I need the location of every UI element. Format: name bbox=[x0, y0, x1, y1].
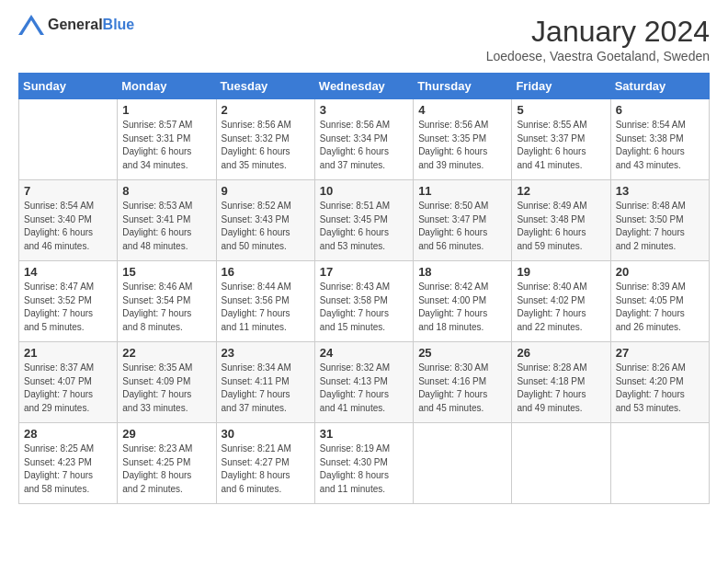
day-info-2-2: Sunrise: 8:44 AMSunset: 3:56 PMDaylight:… bbox=[222, 281, 310, 334]
day-info-1-1: Sunrise: 8:53 AMSunset: 3:41 PMDaylight:… bbox=[122, 200, 210, 253]
calendar-table: Sunday Monday Tuesday Wednesday Thursday… bbox=[18, 73, 710, 504]
day-number-1-0: 7 bbox=[24, 184, 112, 198]
header-tuesday: Tuesday bbox=[216, 74, 314, 99]
day-number-2-6: 20 bbox=[616, 265, 704, 279]
cell-1-2: 9Sunrise: 8:52 AMSunset: 3:43 PMDaylight… bbox=[216, 180, 314, 261]
day-info-3-2: Sunrise: 8:34 AMSunset: 4:11 PMDaylight:… bbox=[222, 362, 310, 415]
day-info-2-3: Sunrise: 8:43 AMSunset: 3:58 PMDaylight:… bbox=[320, 281, 408, 334]
day-info-3-4: Sunrise: 8:30 AMSunset: 4:16 PMDaylight:… bbox=[418, 362, 506, 415]
day-number-3-1: 22 bbox=[122, 346, 210, 360]
day-number-1-1: 8 bbox=[122, 184, 210, 198]
day-number-4-2: 30 bbox=[222, 427, 310, 441]
day-info-1-0: Sunrise: 8:54 AMSunset: 3:40 PMDaylight:… bbox=[24, 200, 112, 253]
day-info-3-6: Sunrise: 8:26 AMSunset: 4:20 PMDaylight:… bbox=[616, 362, 704, 415]
cell-0-2: 2Sunrise: 8:56 AMSunset: 3:32 PMDaylight… bbox=[216, 99, 314, 180]
header-wednesday: Wednesday bbox=[314, 74, 413, 99]
day-info-0-3: Sunrise: 8:56 AMSunset: 3:34 PMDaylight:… bbox=[320, 119, 408, 172]
cell-4-1: 29Sunrise: 8:23 AMSunset: 4:25 PMDayligh… bbox=[118, 423, 216, 504]
logo: GeneralBlue bbox=[18, 15, 134, 35]
day-info-2-0: Sunrise: 8:47 AMSunset: 3:52 PMDaylight:… bbox=[24, 281, 112, 334]
day-number-3-2: 23 bbox=[222, 346, 310, 360]
cell-2-0: 14Sunrise: 8:47 AMSunset: 3:52 PMDayligh… bbox=[19, 261, 118, 342]
cell-2-1: 15Sunrise: 8:46 AMSunset: 3:54 PMDayligh… bbox=[118, 261, 216, 342]
cell-0-6: 6Sunrise: 8:54 AMSunset: 3:38 PMDaylight… bbox=[610, 99, 709, 180]
week-row-3: 21Sunrise: 8:37 AMSunset: 4:07 PMDayligh… bbox=[19, 342, 710, 423]
day-info-3-5: Sunrise: 8:28 AMSunset: 4:18 PMDaylight:… bbox=[517, 362, 605, 415]
day-number-0-3: 3 bbox=[320, 103, 408, 117]
day-number-2-5: 19 bbox=[517, 265, 605, 279]
day-info-3-3: Sunrise: 8:32 AMSunset: 4:13 PMDaylight:… bbox=[320, 362, 408, 415]
cell-3-2: 23Sunrise: 8:34 AMSunset: 4:11 PMDayligh… bbox=[216, 342, 314, 423]
day-info-0-5: Sunrise: 8:55 AMSunset: 3:37 PMDaylight:… bbox=[517, 119, 605, 172]
day-number-2-0: 14 bbox=[24, 265, 112, 279]
day-number-1-2: 9 bbox=[222, 184, 310, 198]
day-number-4-0: 28 bbox=[24, 427, 112, 441]
week-row-0: 1Sunrise: 8:57 AMSunset: 3:31 PMDaylight… bbox=[19, 99, 710, 180]
day-number-3-6: 27 bbox=[616, 346, 704, 360]
cell-2-5: 19Sunrise: 8:40 AMSunset: 4:02 PMDayligh… bbox=[512, 261, 610, 342]
day-number-1-6: 13 bbox=[616, 184, 704, 198]
day-number-2-4: 18 bbox=[418, 265, 506, 279]
day-number-1-5: 12 bbox=[517, 184, 605, 198]
day-info-1-2: Sunrise: 8:52 AMSunset: 3:43 PMDaylight:… bbox=[222, 200, 310, 253]
month-title: January 2024 bbox=[486, 15, 710, 49]
day-number-1-3: 10 bbox=[320, 184, 408, 198]
location-title: Loedoese, Vaestra Goetaland, Sweden bbox=[486, 49, 710, 63]
day-info-4-1: Sunrise: 8:23 AMSunset: 4:25 PMDaylight:… bbox=[122, 442, 210, 496]
cell-3-5: 26Sunrise: 8:28 AMSunset: 4:18 PMDayligh… bbox=[512, 342, 610, 423]
day-info-1-3: Sunrise: 8:51 AMSunset: 3:45 PMDaylight:… bbox=[320, 200, 408, 253]
week-row-4: 28Sunrise: 8:25 AMSunset: 4:23 PMDayligh… bbox=[19, 423, 710, 504]
day-info-1-5: Sunrise: 8:49 AMSunset: 3:48 PMDaylight:… bbox=[517, 200, 605, 253]
cell-0-0 bbox=[19, 99, 118, 180]
day-info-0-2: Sunrise: 8:56 AMSunset: 3:32 PMDaylight:… bbox=[222, 119, 310, 172]
cell-4-6 bbox=[610, 423, 709, 504]
logo-icon bbox=[18, 15, 44, 35]
header-row: Sunday Monday Tuesday Wednesday Thursday… bbox=[19, 74, 710, 99]
day-info-3-0: Sunrise: 8:37 AMSunset: 4:07 PMDaylight:… bbox=[24, 362, 112, 415]
cell-2-6: 20Sunrise: 8:39 AMSunset: 4:05 PMDayligh… bbox=[610, 261, 709, 342]
day-number-0-1: 1 bbox=[122, 103, 210, 117]
cell-4-3: 31Sunrise: 8:19 AMSunset: 4:30 PMDayligh… bbox=[314, 423, 413, 504]
header-friday: Friday bbox=[512, 74, 610, 99]
logo-text: GeneralBlue bbox=[48, 17, 134, 33]
day-number-2-2: 16 bbox=[222, 265, 310, 279]
cell-4-5 bbox=[512, 423, 610, 504]
week-row-1: 7Sunrise: 8:54 AMSunset: 3:40 PMDaylight… bbox=[19, 180, 710, 261]
day-info-0-6: Sunrise: 8:54 AMSunset: 3:38 PMDaylight:… bbox=[616, 119, 704, 172]
day-number-2-1: 15 bbox=[122, 265, 210, 279]
cell-1-4: 11Sunrise: 8:50 AMSunset: 3:47 PMDayligh… bbox=[414, 180, 512, 261]
day-number-0-2: 2 bbox=[222, 103, 310, 117]
cell-2-3: 17Sunrise: 8:43 AMSunset: 3:58 PMDayligh… bbox=[314, 261, 413, 342]
header-monday: Monday bbox=[118, 74, 216, 99]
cell-0-4: 4Sunrise: 8:56 AMSunset: 3:35 PMDaylight… bbox=[414, 99, 512, 180]
day-number-1-4: 11 bbox=[418, 184, 506, 198]
header: GeneralBlue January 2024 Loedoese, Vaest… bbox=[18, 15, 710, 63]
day-info-0-1: Sunrise: 8:57 AMSunset: 3:31 PMDaylight:… bbox=[122, 119, 210, 172]
cell-0-1: 1Sunrise: 8:57 AMSunset: 3:31 PMDaylight… bbox=[118, 99, 216, 180]
cell-3-1: 22Sunrise: 8:35 AMSunset: 4:09 PMDayligh… bbox=[118, 342, 216, 423]
day-number-3-5: 26 bbox=[517, 346, 605, 360]
day-number-4-3: 31 bbox=[320, 427, 408, 441]
cell-1-3: 10Sunrise: 8:51 AMSunset: 3:45 PMDayligh… bbox=[314, 180, 413, 261]
day-info-0-4: Sunrise: 8:56 AMSunset: 3:35 PMDaylight:… bbox=[418, 119, 506, 172]
day-info-1-4: Sunrise: 8:50 AMSunset: 3:47 PMDaylight:… bbox=[418, 200, 506, 253]
day-number-4-1: 29 bbox=[122, 427, 210, 441]
week-row-2: 14Sunrise: 8:47 AMSunset: 3:52 PMDayligh… bbox=[19, 261, 710, 342]
cell-3-0: 21Sunrise: 8:37 AMSunset: 4:07 PMDayligh… bbox=[19, 342, 118, 423]
day-info-2-1: Sunrise: 8:46 AMSunset: 3:54 PMDaylight:… bbox=[122, 281, 210, 334]
cell-1-5: 12Sunrise: 8:49 AMSunset: 3:48 PMDayligh… bbox=[512, 180, 610, 261]
cell-1-6: 13Sunrise: 8:48 AMSunset: 3:50 PMDayligh… bbox=[610, 180, 709, 261]
calendar-page: GeneralBlue January 2024 Loedoese, Vaest… bbox=[0, 0, 728, 563]
cell-1-0: 7Sunrise: 8:54 AMSunset: 3:40 PMDaylight… bbox=[19, 180, 118, 261]
cell-0-3: 3Sunrise: 8:56 AMSunset: 3:34 PMDaylight… bbox=[314, 99, 413, 180]
title-block: January 2024 Loedoese, Vaestra Goetaland… bbox=[486, 15, 710, 63]
cell-4-0: 28Sunrise: 8:25 AMSunset: 4:23 PMDayligh… bbox=[19, 423, 118, 504]
logo-blue: Blue bbox=[103, 17, 135, 32]
day-number-3-0: 21 bbox=[24, 346, 112, 360]
day-number-0-6: 6 bbox=[616, 103, 704, 117]
day-info-4-0: Sunrise: 8:25 AMSunset: 4:23 PMDaylight:… bbox=[24, 442, 112, 496]
header-saturday: Saturday bbox=[610, 74, 709, 99]
day-info-4-2: Sunrise: 8:21 AMSunset: 4:27 PMDaylight:… bbox=[222, 442, 310, 496]
cell-4-2: 30Sunrise: 8:21 AMSunset: 4:27 PMDayligh… bbox=[216, 423, 314, 504]
day-info-3-1: Sunrise: 8:35 AMSunset: 4:09 PMDaylight:… bbox=[122, 362, 210, 415]
